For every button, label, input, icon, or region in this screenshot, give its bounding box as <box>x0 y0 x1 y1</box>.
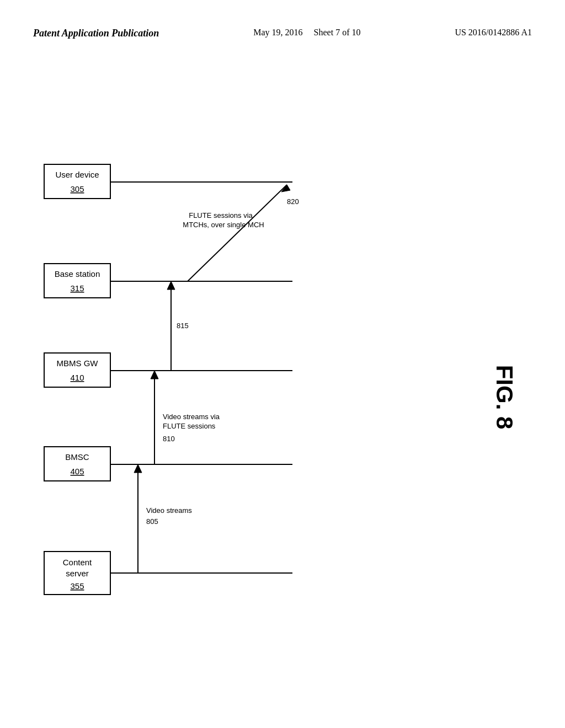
arrow-820-label2: MTCHs, over single MCH <box>183 221 264 229</box>
content-server-ref: 355 <box>70 581 84 591</box>
user-device-ref: 305 <box>70 184 84 194</box>
header-patent-number: US 2016/0142886 A1 <box>455 28 532 38</box>
diagram-svg: User device 305 Base station 315 MBMS GW… <box>0 72 530 695</box>
mbms-gw-ref: 410 <box>70 373 84 382</box>
arrow-805-ref: 805 <box>146 517 158 526</box>
header-date: May 19, 2016 <box>253 28 302 37</box>
mbms-gw-label: MBMS GW <box>57 358 99 368</box>
arrow-810-ref: 810 <box>163 435 175 443</box>
publication-label: Patent Application Publication <box>33 28 159 39</box>
arrow-810-label2: FLUTE sessions <box>163 422 216 430</box>
arrow-815-head <box>167 281 175 290</box>
header-sheet: Sheet 7 of 10 <box>314 28 361 37</box>
content-server-label1: Content <box>63 558 92 567</box>
bmsc-label: BMSC <box>65 452 89 462</box>
fig-label: FIG. 8 <box>492 365 518 430</box>
base-station-label: Base station <box>55 269 100 279</box>
arrow-820-label1: FLUTE sessions via <box>189 211 253 220</box>
arrow-815-ref: 815 <box>177 322 189 330</box>
base-station-ref: 315 <box>70 283 84 293</box>
header-center: May 19, 2016 Sheet 7 of 10 <box>253 28 360 38</box>
arrow-805-label: Video streams <box>146 506 192 515</box>
arrow-810-head <box>151 371 158 379</box>
page-header: Patent Application Publication May 19, 2… <box>0 28 565 39</box>
arrow-820-line <box>188 185 287 281</box>
arrow-820-ref: 820 <box>287 197 299 206</box>
arrow-810-label1: Video streams via <box>163 413 220 421</box>
bmsc-ref: 405 <box>70 467 84 476</box>
content-server-label2: server <box>66 569 89 578</box>
arrow-805-head <box>134 464 142 473</box>
user-device-label: User device <box>55 170 99 179</box>
